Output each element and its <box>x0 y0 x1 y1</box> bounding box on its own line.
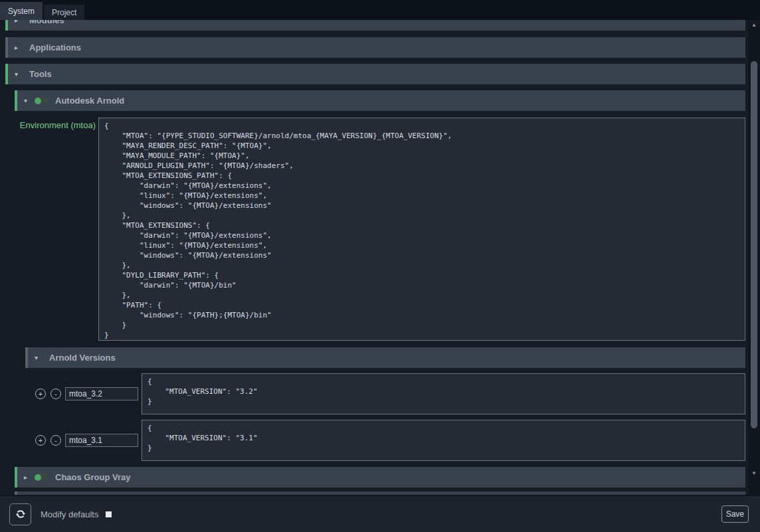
add-version-button[interactable]: + <box>35 435 46 446</box>
footer-bar: Modify defaults Save <box>0 495 760 532</box>
remove-version-button[interactable]: - <box>50 389 61 399</box>
section-title: Arnold Versions <box>49 353 116 363</box>
modify-defaults-checkbox[interactable] <box>106 511 112 517</box>
section-header-modules[interactable]: ▸ Modules <box>5 20 745 31</box>
chevron-right-icon: ▸ <box>15 20 23 24</box>
next-section-header-clipped <box>15 491 745 495</box>
section-title: Tools <box>29 69 52 79</box>
remove-version-button[interactable]: - <box>50 435 61 446</box>
save-button[interactable]: Save <box>721 505 749 523</box>
toggle-knob-icon <box>35 98 41 104</box>
settings-tab-bar: System Project <box>0 0 760 20</box>
refresh-button[interactable] <box>9 503 31 525</box>
arnold-version-row: + - { "MTOA_VERSION": "3.2" } <box>35 373 745 414</box>
scroll-down-arrow-icon[interactable]: ▼ <box>748 470 760 478</box>
section-header-autodesk-arnold[interactable]: ▾ Autodesk Arnold <box>15 90 745 111</box>
section-title: Autodesk Arnold <box>55 96 124 106</box>
chevron-down-icon: ▾ <box>15 70 23 78</box>
chevron-right-icon: ▸ <box>24 474 32 481</box>
chevron-down-icon: ▾ <box>35 354 43 361</box>
modify-defaults-label: Modify defaults <box>41 509 98 519</box>
toggle-knob-icon <box>35 474 41 481</box>
environment-mtoa-json-editor[interactable]: { "MTOA": "{PYPE_STUDIO_SOFTWARE}/arnold… <box>98 118 745 341</box>
chevron-right-icon: ▸ <box>15 44 23 51</box>
refresh-icon <box>15 508 27 520</box>
version-json-editor[interactable]: { "MTOA_VERSION": "3.2" } <box>142 373 745 414</box>
version-name-input[interactable] <box>65 387 138 400</box>
arnold-enabled-toggle[interactable] <box>35 97 48 104</box>
environment-mtoa-label: Environment (mtoa) <box>16 118 98 341</box>
settings-scroll-area: ▸ Modules ▸ Applications ▾ Tools ▾ Autod… <box>0 20 760 495</box>
add-version-button[interactable]: + <box>35 389 46 399</box>
section-title: Chaos Group Vray <box>55 472 130 482</box>
vertical-scrollbar[interactable]: ▲ ▼ <box>748 20 760 495</box>
section-title: Modules <box>29 20 64 25</box>
arnold-version-row: + - { "MTOA_VERSION": "3.1" } <box>35 420 745 461</box>
section-title: Applications <box>29 43 81 52</box>
environment-mtoa-row: Environment (mtoa) { "MTOA": "{PYPE_STUD… <box>16 118 745 341</box>
version-json-editor[interactable]: { "MTOA_VERSION": "3.1" } <box>142 420 745 461</box>
section-header-tools[interactable]: ▾ Tools <box>5 64 745 84</box>
vray-enabled-toggle[interactable] <box>35 474 48 481</box>
scroll-up-arrow-icon[interactable]: ▲ <box>748 21 760 29</box>
tab-system[interactable]: System <box>0 2 43 20</box>
section-header-arnold-versions[interactable]: ▾ Arnold Versions <box>25 347 745 368</box>
chevron-down-icon: ▾ <box>24 97 32 104</box>
scrollbar-thumb[interactable] <box>751 61 757 428</box>
tab-project[interactable]: Project <box>44 5 84 20</box>
section-header-applications[interactable]: ▸ Applications <box>5 37 745 58</box>
version-name-input[interactable] <box>65 434 138 447</box>
section-header-chaos-group-vray[interactable]: ▸ Chaos Group Vray <box>15 467 745 488</box>
